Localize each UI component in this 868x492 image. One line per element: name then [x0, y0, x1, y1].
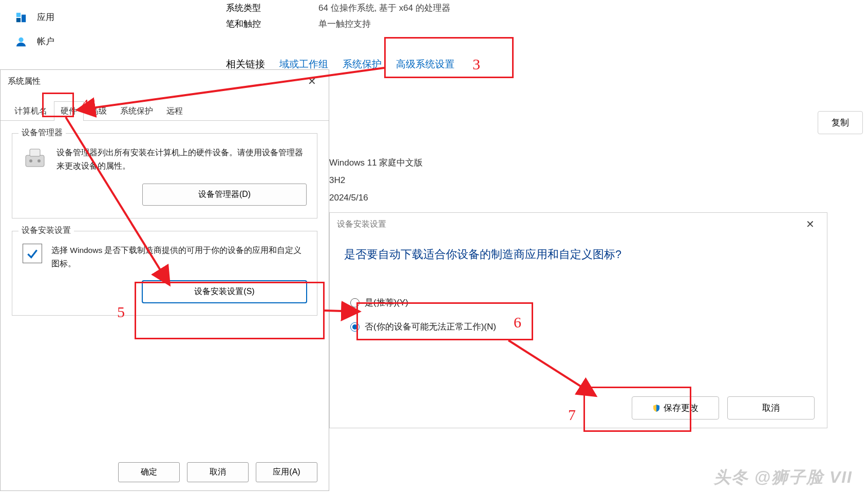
svg-point-3 — [18, 37, 23, 42]
tab-system-protection[interactable]: 系统保护 — [114, 101, 160, 121]
edition-line: 3H2 — [329, 172, 423, 189]
tab-strip: 计算机名 硬件 高级 系统保护 远程 — [1, 101, 329, 121]
checkmark-icon — [23, 244, 42, 263]
radio-label: 否(你的设备可能无法正常工作)(N) — [365, 321, 496, 333]
watermark: 头冬 @狮子脸 VII — [714, 466, 853, 489]
device-install-settings-group: 设备安装设置 选择 Windows 是否下载制造商提供的可用于你的设备的应用和自… — [12, 231, 317, 316]
cancel-button[interactable]: 取消 — [727, 396, 815, 420]
system-details: 系统类型 64 位操作系统, 基于 x64 的处理器 笔和触控 单一触控支持 相… — [226, 0, 858, 71]
device-manager-button[interactable]: 设备管理器(D) — [142, 184, 307, 206]
device-manager-icon — [23, 146, 47, 171]
tab-advanced[interactable]: 高级 — [84, 101, 114, 121]
radio-yes[interactable]: 是(推荐)(Y) — [350, 294, 806, 318]
windows-edition-info: Windows 11 家庭中文版 3H2 2024/5/16 — [329, 154, 423, 207]
save-changes-button[interactable]: 保存更改 — [632, 396, 719, 420]
tab-remote[interactable]: 远程 — [160, 101, 190, 121]
apply-button[interactable]: 应用(A) — [256, 462, 317, 482]
group-description: 选择 Windows 是否下载制造商提供的可用于你的设备的应用和自定义图标。 — [51, 244, 307, 271]
detail-value: 单一触控支持 — [318, 18, 371, 30]
group-description: 设备管理器列出所有安装在计算机上的硬件设备。请使用设备管理器来更改设备的属性。 — [56, 146, 307, 173]
dialog-footer: 确定 取消 应用(A) — [1, 454, 329, 490]
edition-line: 2024/5/16 — [329, 189, 423, 207]
link-system-protection[interactable]: 系统保护 — [343, 58, 382, 71]
sidebar-item-accounts[interactable]: 帐户 — [0, 29, 211, 53]
apps-icon — [15, 12, 27, 23]
copy-button[interactable]: 复制 — [818, 111, 863, 134]
sidebar-item-label: 帐户 — [37, 35, 54, 47]
detail-value: 64 位操作系统, 基于 x64 的处理器 — [318, 2, 450, 14]
link-advanced-system-settings[interactable]: 高级系统设置 — [396, 58, 455, 71]
sidebar-item-label: 应用 — [37, 11, 54, 23]
dialog-footer: 保存更改 取消 — [632, 396, 815, 420]
edition-line: Windows 11 家庭中文版 — [329, 154, 423, 172]
close-icon[interactable]: ✕ — [303, 74, 322, 88]
group-title: 设备管理器 — [18, 127, 66, 138]
device-install-settings-dialog: 设备安装设置 ✕ 是否要自动下载适合你设备的制造商应用和自定义图标? 是(推荐)… — [329, 212, 827, 428]
device-manager-group: 设备管理器 设备管理器列出所有安装在计算机上的硬件设备。请使用设备管理器来更改设… — [12, 133, 317, 218]
svg-point-7 — [37, 159, 41, 162]
close-icon[interactable]: ✕ — [801, 217, 820, 231]
dialog-titlebar: 设备安装设置 ✕ — [330, 213, 827, 235]
system-properties-dialog: 系统属性 ✕ 计算机名 硬件 高级 系统保护 远程 设备管理器 设备管理器列出所… — [0, 69, 329, 491]
svg-rect-0 — [16, 12, 21, 16]
shield-icon — [652, 404, 661, 412]
svg-rect-5 — [30, 149, 40, 156]
radio-label: 是(推荐)(Y) — [365, 297, 408, 308]
group-title: 设备安装设置 — [18, 225, 74, 236]
svg-rect-4 — [26, 155, 44, 167]
radio-icon — [350, 298, 360, 307]
dialog-title-text: 系统属性 — [8, 76, 41, 87]
device-install-settings-button[interactable]: 设备安装设置(S) — [142, 281, 307, 303]
tab-computer-name[interactable]: 计算机名 — [8, 101, 54, 121]
detail-row: 系统类型 64 位操作系统, 基于 x64 的处理器 — [226, 0, 858, 16]
dialog-title-text: 设备安装设置 — [337, 219, 386, 230]
ok-button[interactable]: 确定 — [118, 462, 180, 482]
user-icon — [15, 36, 27, 47]
tab-hardware[interactable]: 硬件 — [54, 101, 84, 121]
sidebar-item-apps[interactable]: 应用 — [0, 5, 211, 29]
cancel-button[interactable]: 取消 — [187, 462, 249, 482]
detail-key: 笔和触控 — [226, 18, 318, 30]
svg-rect-2 — [16, 17, 21, 22]
detail-key: 系统类型 — [226, 2, 318, 14]
svg-point-6 — [29, 159, 32, 162]
svg-rect-1 — [22, 14, 26, 22]
radio-no[interactable]: 否(你的设备可能无法正常工作)(N) — [350, 318, 806, 342]
radio-group: 是(推荐)(Y) 否(你的设备可能无法正常工作)(N) — [330, 265, 827, 342]
button-label: 保存更改 — [664, 402, 699, 414]
radio-icon — [350, 322, 360, 332]
dialog-question: 是否要自动下载适合你设备的制造商应用和自定义图标? — [330, 235, 827, 265]
dialog-titlebar: 系统属性 ✕ — [1, 70, 329, 93]
detail-row: 笔和触控 单一触控支持 — [226, 16, 858, 32]
settings-sidebar: 应用 帐户 — [0, 0, 211, 69]
